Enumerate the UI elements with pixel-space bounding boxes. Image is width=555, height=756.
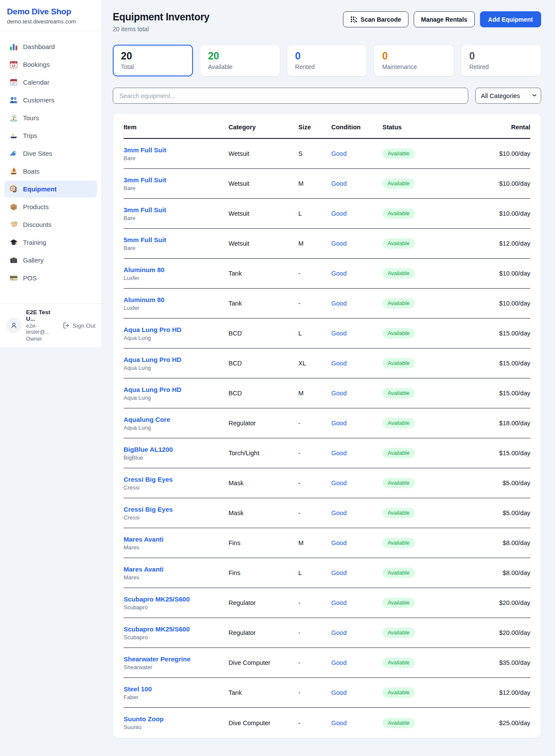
status-badge: Available [382,148,415,159]
table-row: Scubapro MK25/S600 Scubapro Regulator - … [124,618,530,648]
item-name-link[interactable]: Aqua Lung Pro HD [124,326,229,333]
item-category: Tank [229,689,298,696]
rental-price: $10.00/day [460,150,530,157]
condition-link[interactable]: Good [331,390,346,397]
condition-link[interactable]: Good [331,300,346,307]
item-name-link[interactable]: Aluminum 80 [124,296,229,303]
condition-link[interactable]: Good [331,450,346,457]
item-name-link[interactable]: 3mm Full Suit [124,146,229,154]
item-size: XL [298,360,331,367]
sidebar-item[interactable]: Tours [4,109,97,126]
sidebar-item[interactable]: Boats [4,163,97,180]
condition-link[interactable]: Good [331,210,346,217]
item-size: L [298,210,331,217]
scan-barcode-button[interactable]: Scan Barcode [343,11,408,27]
table-row: Shearwater Peregrine Shearwater Dive Com… [124,648,530,678]
search-input[interactable] [113,88,468,104]
sidebar-item[interactable]: POS [4,270,97,286]
rental-price: $35.00/day [460,659,530,666]
sidebar-item[interactable]: Discounts [4,216,97,233]
condition-link[interactable]: Good [331,569,346,576]
item-brand: Scubapro [124,634,229,641]
condition-link[interactable]: Good [331,420,346,427]
item-name-link[interactable]: Aqua Lung Pro HD [124,386,229,393]
item-name-link[interactable]: Suunto Zoop [124,715,229,723]
sidebar-item[interactable]: Dashboard [4,38,97,55]
item-category: Tank [229,270,298,277]
table-row: Aqua Lung Pro HD Aqua Lung BCD M Good Av… [124,378,530,408]
sidebar-item[interactable]: 17 Bookings [4,56,97,73]
sign-out-button[interactable]: Sign Out [63,322,95,329]
item-brand: Aqua Lung [124,365,229,371]
item-name-link[interactable]: BigBlue AL1200 [124,446,229,453]
item-name-link[interactable]: Scubapro MK25/S600 [124,595,229,603]
condition-link[interactable]: Good [331,270,346,277]
condition-link[interactable]: Good [331,330,346,337]
table-row: 3mm Full Suit Bare Wetsuit M Good Availa… [124,169,530,199]
add-equipment-button[interactable]: Add Equipment [480,11,541,27]
stat-card[interactable]: 0 Rented [287,45,367,76]
condition-link[interactable]: Good [331,659,346,666]
item-size: M [298,390,331,397]
status-badge: Available [382,538,415,548]
item-name-link[interactable]: Shearwater Peregrine [124,655,229,663]
item-name-link[interactable]: Mares Avanti [124,565,229,573]
sidebar-item-label: Boats [23,168,39,175]
condition-link[interactable]: Good [331,240,346,247]
condition-link[interactable]: Good [331,629,346,636]
category-select[interactable]: All Categories [475,88,541,104]
condition-link[interactable]: Good [331,480,346,486]
item-category: Dive Computer [229,659,298,666]
sidebar-item[interactable]: Customers [4,92,97,108]
condition-link[interactable]: Good [331,720,346,726]
table-row: Aluminum 80 Luxfer Tank - Good Available… [124,259,530,289]
sidebar-item[interactable]: Equipment [4,181,97,197]
stat-label: Total [121,63,185,70]
item-brand: Shearwater [124,664,229,671]
stat-card[interactable]: 0 Maintenance [374,45,454,76]
table-row: Suunto Zoop Suunto Dive Computer - Good … [124,708,530,738]
stat-card[interactable]: 0 Retired [461,45,541,76]
sidebar-item[interactable]: Dive Sites [4,145,97,162]
item-brand: Cressi [124,484,229,491]
condition-link[interactable]: Good [331,599,346,606]
condition-link[interactable]: Good [331,689,346,696]
item-name-link[interactable]: 5mm Full Suit [124,236,229,243]
sidebar-item[interactable]: Gallery [4,252,97,269]
sidebar-item[interactable]: Trips [4,127,97,144]
item-brand: Cressi [124,514,229,521]
rental-price: $15.00/day [460,450,530,457]
item-brand: Aqua Lung [124,424,229,431]
item-name-link[interactable]: Aluminum 80 [124,266,229,273]
condition-link[interactable]: Good [331,360,346,367]
condition-link[interactable]: Good [331,180,346,187]
item-size: - [298,720,331,726]
item-name-link[interactable]: 3mm Full Suit [124,206,229,214]
item-name-link[interactable]: Mares Avanti [124,536,229,543]
condition-link[interactable]: Good [331,539,346,546]
manage-rentals-button[interactable]: Manage Rentals [414,11,475,27]
sidebar-item[interactable]: Training [4,234,97,251]
rental-price: $20.00/day [460,599,530,606]
item-name-link[interactable]: Steel 100 [124,685,229,693]
condition-link[interactable]: Good [331,509,346,516]
item-category: Tank [229,300,298,307]
sidebar-item[interactable]: Calendar [4,74,97,91]
item-name-link[interactable]: Scubapro MK25/S600 [124,625,229,633]
stat-card[interactable]: 20 Available [200,45,280,76]
item-name-link[interactable]: Aqualung Core [124,416,229,423]
stat-value: 0 [382,51,446,62]
item-category: BCD [229,330,298,337]
item-name-link[interactable]: Aqua Lung Pro HD [124,356,229,363]
sidebar-item-label: Customers [23,96,55,104]
item-name-link[interactable]: 3mm Full Suit [124,176,229,184]
table-row: Mares Avanti Mares Fins L Good Available… [124,558,530,588]
item-size: - [298,300,331,307]
stat-card[interactable]: 20 Total [113,45,193,76]
sidebar-item[interactable]: Products [4,198,97,215]
sidebar-item-label: Equipment [23,185,57,193]
rental-price: $10.00/day [460,210,530,217]
item-name-link[interactable]: Cressi Big Eyes [124,506,229,513]
item-name-link[interactable]: Cressi Big Eyes [124,476,229,483]
condition-link[interactable]: Good [331,150,346,157]
